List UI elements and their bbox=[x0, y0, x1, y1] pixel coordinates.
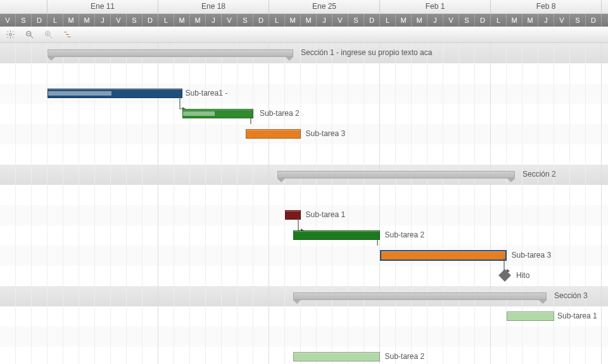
day-col: V bbox=[0, 14, 16, 27]
toolbar bbox=[0, 27, 608, 43]
section-label: Sección 2 bbox=[522, 170, 556, 179]
task-label: Sub-tarea 2 bbox=[385, 352, 425, 361]
day-col: S bbox=[570, 14, 586, 27]
outline-icon[interactable] bbox=[62, 30, 72, 40]
milestone-row: Hito bbox=[0, 266, 608, 286]
spacer-row bbox=[0, 327, 608, 347]
task-row: Sub-tarea 2 bbox=[0, 225, 608, 246]
task-row: Sub-tarea 2 bbox=[0, 347, 608, 364]
day-col: M bbox=[63, 14, 79, 27]
day-col: L bbox=[602, 14, 608, 27]
day-col: L bbox=[380, 14, 396, 27]
week-col: Ene 18 bbox=[158, 0, 269, 13]
timeline-header-weeks: Ene 11 Ene 18 Ene 25 Feb 1 Feb 8 bbox=[0, 0, 608, 14]
day-col: M bbox=[174, 14, 190, 27]
week-col: Feb 8 bbox=[491, 0, 602, 13]
section-label: Sección 1 - ingrese su propio texto aca bbox=[301, 48, 432, 58]
week-lead bbox=[0, 0, 48, 13]
day-col: M bbox=[79, 14, 95, 27]
day-col: J bbox=[317, 14, 332, 27]
day-col: L bbox=[491, 14, 507, 27]
section-summary-bar[interactable] bbox=[48, 49, 293, 57]
day-col: V bbox=[111, 14, 127, 27]
svg-line-5 bbox=[49, 35, 52, 38]
day-col: S bbox=[127, 14, 142, 27]
day-col: M bbox=[412, 14, 428, 27]
day-col: S bbox=[238, 14, 253, 27]
week-col: Feb 1 bbox=[380, 0, 491, 13]
gantt-chart[interactable]: Sección 1 - ingrese su propio texto aca … bbox=[0, 43, 608, 364]
day-col: V bbox=[554, 14, 570, 27]
week-col: Ene 25 bbox=[269, 0, 380, 13]
zoom-out-icon[interactable] bbox=[24, 30, 34, 40]
spacer-row bbox=[0, 144, 608, 165]
day-col: D bbox=[586, 14, 602, 27]
day-col: J bbox=[206, 14, 222, 27]
milestone-label: Hito bbox=[516, 271, 529, 280]
task-row: Sub-tarea1 - bbox=[0, 84, 608, 104]
task-label: Sub-tarea 3 bbox=[306, 129, 346, 139]
task-bar[interactable] bbox=[246, 129, 301, 139]
task-label: Sub-tarea 3 bbox=[512, 251, 552, 260]
section-row: Sección 3 bbox=[0, 286, 608, 306]
task-label: Sub-tarea1 - bbox=[186, 89, 228, 98]
day-col: M bbox=[522, 14, 538, 27]
timeline-header-days: VSDLMMJVSDLMMJVSDLMMJVSDLMMJVSDLMMJVSDL bbox=[0, 14, 608, 27]
section-label: Sección 3 bbox=[554, 291, 588, 301]
task-row: Sub-tarea 2 bbox=[0, 104, 608, 124]
svg-line-2 bbox=[30, 35, 33, 38]
day-col: M bbox=[285, 14, 301, 27]
day-col: J bbox=[428, 14, 443, 27]
task-label: Sub-tarea 1 bbox=[306, 210, 346, 220]
task-row: Sub-tarea 3 bbox=[0, 124, 608, 144]
spacer-row bbox=[0, 63, 608, 84]
task-bar[interactable] bbox=[48, 89, 182, 98]
section-summary-bar[interactable] bbox=[293, 292, 547, 300]
task-bar[interactable] bbox=[507, 311, 554, 321]
day-col: S bbox=[348, 14, 364, 27]
day-col: S bbox=[459, 14, 475, 27]
day-col: L bbox=[269, 14, 285, 27]
zoom-in-icon[interactable] bbox=[43, 30, 53, 40]
section-summary-bar[interactable] bbox=[277, 171, 515, 179]
day-col: S bbox=[16, 14, 32, 27]
week-col: Ene 11 bbox=[48, 0, 158, 13]
day-col: M bbox=[396, 14, 412, 27]
day-col: D bbox=[253, 14, 269, 27]
spacer-row bbox=[0, 185, 608, 205]
day-col: D bbox=[32, 14, 48, 27]
day-col: D bbox=[364, 14, 380, 27]
day-col: J bbox=[95, 14, 111, 27]
task-row: Sub-tarea 3 bbox=[0, 246, 608, 266]
section-row: Sección 2 bbox=[0, 165, 608, 185]
task-row: Sub-tarea 1 bbox=[0, 306, 608, 327]
day-col: L bbox=[48, 14, 63, 27]
task-bar[interactable] bbox=[293, 352, 381, 361]
task-label: Sub-tarea 1 bbox=[557, 311, 597, 321]
day-col: J bbox=[538, 14, 554, 27]
day-col: V bbox=[222, 14, 238, 27]
task-bar[interactable] bbox=[293, 230, 381, 240]
day-col: V bbox=[332, 14, 348, 27]
task-bar[interactable] bbox=[182, 109, 254, 118]
day-col: V bbox=[443, 14, 459, 27]
task-row: Sub-tarea 1 bbox=[0, 205, 608, 225]
svg-point-0 bbox=[9, 34, 11, 36]
task-label: Sub-tarea 2 bbox=[260, 109, 300, 118]
day-col: M bbox=[507, 14, 522, 27]
task-bar[interactable] bbox=[380, 250, 507, 261]
day-col: M bbox=[301, 14, 317, 27]
section-row: Sección 1 - ingrese su propio texto aca bbox=[0, 43, 608, 63]
day-col: M bbox=[190, 14, 206, 27]
task-label: Sub-tarea 2 bbox=[385, 230, 425, 240]
gear-icon[interactable] bbox=[5, 30, 15, 40]
day-col: D bbox=[142, 14, 158, 27]
day-col: L bbox=[158, 14, 174, 27]
day-col: D bbox=[475, 14, 491, 27]
